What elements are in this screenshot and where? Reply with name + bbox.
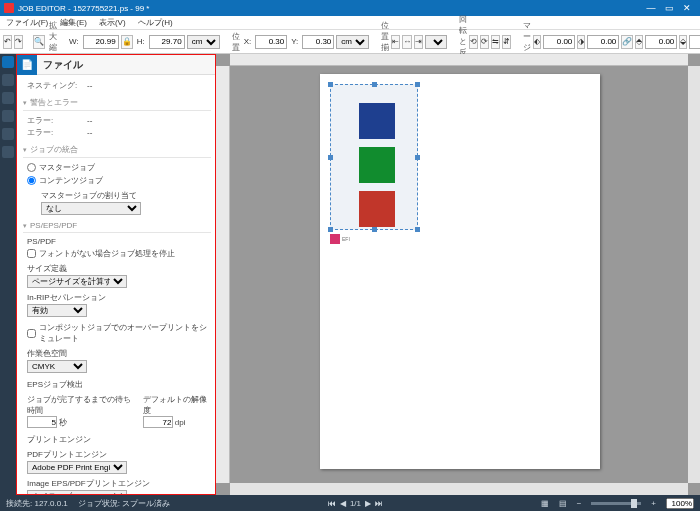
strip-icon-4[interactable] [2, 110, 14, 122]
canvas-area: EFI [216, 54, 700, 495]
stamp-icon [330, 234, 340, 244]
page-indicator: 1/1 [350, 499, 361, 508]
label-y: Y: [291, 37, 298, 46]
wait-unit: 秒 [59, 418, 67, 427]
layout-icon-2[interactable]: ▤ [559, 499, 567, 508]
input-x[interactable] [255, 35, 287, 49]
maximize-button[interactable]: ▭ [660, 3, 678, 13]
viewport[interactable]: EFI [230, 66, 688, 483]
app-logo-icon [4, 3, 14, 13]
zoom-in-icon[interactable]: + [651, 499, 656, 508]
check-overprint[interactable] [27, 329, 36, 338]
left-icon-strip [0, 54, 16, 495]
img-engine-label: Image EPS/PDFプリントエンジン [27, 478, 207, 489]
margin-link-icon[interactable]: 🔗 [621, 35, 633, 49]
page-last-icon[interactable]: ⏭ [375, 499, 383, 508]
select-size-def[interactable]: ページサイズを計算する [27, 275, 127, 288]
align-left-icon[interactable]: ⇤ [391, 35, 400, 49]
page[interactable]: EFI [320, 74, 600, 469]
strip-icon-6[interactable] [2, 146, 14, 158]
shape-green-square[interactable] [359, 147, 395, 183]
titlebar: JOB EDITOR - 1527755221.ps - 99 * — ▭ ✕ [0, 0, 700, 16]
dpi-unit: dpi [175, 418, 186, 427]
select-master-assign[interactable]: なし [41, 202, 141, 215]
section-ps-eps-pdf[interactable]: PS/EPS/PDF [23, 221, 207, 230]
input-margin-r[interactable] [587, 35, 619, 49]
strip-icon-2[interactable] [2, 74, 14, 86]
strip-file-icon[interactable] [2, 56, 14, 68]
select-unit[interactable]: cm [187, 35, 220, 49]
page-next-icon[interactable]: ▶ [365, 499, 371, 508]
label-x: X: [244, 37, 252, 46]
zoom-icon[interactable]: 🔍 [33, 35, 45, 49]
margin-left-icon: ⬖ [533, 35, 541, 49]
label-h: H: [137, 37, 145, 46]
zoom-slider[interactable] [591, 502, 641, 505]
menu-edit[interactable]: 編集(E) [54, 17, 93, 28]
lock-aspect-icon[interactable]: 🔒 [121, 35, 133, 49]
error1-label: エラー: [27, 115, 87, 126]
input-margin-t[interactable] [645, 35, 677, 49]
zoom-out-icon[interactable]: − [577, 499, 582, 508]
select-unit-pos[interactable]: cm [336, 35, 369, 49]
align-dropdown[interactable] [425, 35, 447, 49]
shape-blue-square[interactable] [359, 103, 395, 139]
select-img-engine[interactable]: ネイティブ [27, 490, 127, 495]
scrollbar-horizontal[interactable] [230, 483, 688, 495]
file-panel-icon: 📄 [17, 55, 37, 75]
toolbar: ↶ ↷ 🔍 拡大縮小 W: 🔒 H: cm 位置 X: Y: cm 位置揃え ⇤… [0, 30, 700, 54]
master-assign-label: マスタージョブの割り当て [41, 190, 207, 201]
check-stop-nofont[interactable] [27, 249, 36, 258]
select-pdf-engine[interactable]: Adobe PDF Print Engine [27, 461, 127, 474]
radio-master-job[interactable] [27, 163, 36, 172]
error2-value: -- [87, 128, 92, 137]
window-title: JOB EDITOR - 1527755221.ps - 99 * [18, 4, 149, 13]
close-button[interactable]: ✕ [678, 3, 696, 13]
input-margin-b[interactable] [689, 35, 700, 49]
selection-box[interactable] [330, 84, 418, 230]
rotate-right-icon[interactable]: ⟳ [480, 35, 489, 49]
flip-v-icon[interactable]: ⇵ [502, 35, 511, 49]
scrollbar-vertical[interactable] [688, 66, 700, 483]
input-dpi[interactable] [143, 416, 173, 428]
input-height[interactable] [149, 35, 185, 49]
redo-icon[interactable]: ↷ [14, 35, 23, 49]
nesting-value: -- [87, 81, 92, 90]
strip-icon-5[interactable] [2, 128, 14, 140]
strip-icon-3[interactable] [2, 92, 14, 104]
page-prev-icon[interactable]: ◀ [340, 499, 346, 508]
ps-pdf-label: PS/PDF [27, 237, 207, 246]
print-engine-label: プリントエンジン [27, 434, 207, 445]
select-inrip[interactable]: 有効 [27, 304, 87, 317]
menu-view[interactable]: 表示(V) [93, 17, 132, 28]
select-workspace[interactable]: CMYK [27, 360, 87, 373]
menu-file[interactable]: ファイル(F) [0, 17, 54, 28]
rotate-left-icon[interactable]: ⟲ [469, 35, 478, 49]
align-top-icon[interactable]: ⇥ [414, 35, 423, 49]
input-y[interactable] [302, 35, 334, 49]
align-center-icon[interactable]: ↔ [402, 35, 412, 49]
shape-red-square[interactable] [359, 191, 395, 227]
flip-h-icon[interactable]: ⇋ [491, 35, 500, 49]
input-wait[interactable] [27, 416, 57, 428]
menu-help[interactable]: ヘルプ(H) [132, 17, 179, 28]
input-margin-l[interactable] [543, 35, 575, 49]
ruler-horizontal [230, 54, 688, 66]
inrip-label: In-RIPセパレーション [27, 292, 207, 303]
zoom-input[interactable] [666, 498, 694, 509]
page-first-icon[interactable]: ⏮ [328, 499, 336, 508]
nesting-label: ネスティング: [27, 80, 87, 91]
section-warnings[interactable]: 警告とエラー [23, 97, 207, 108]
status-job: ジョブ状況: スプール済み [78, 498, 170, 509]
eps-detect-label: EPSジョブ検出 [27, 379, 207, 390]
layout-icon-1[interactable]: ▦ [541, 499, 549, 508]
side-panel: 📄 ファイル ネスティング:-- 警告とエラー エラー:-- エラー:-- ジョ… [16, 54, 216, 495]
radio-content-job[interactable] [27, 176, 36, 185]
minimize-button[interactable]: — [642, 3, 660, 13]
section-job-merge[interactable]: ジョブの統合 [23, 144, 207, 155]
wait-label: ジョブが完了するまでの待ち時間 [27, 394, 135, 416]
stop-job-label: フォントがない場合ジョブ処理を停止 [39, 248, 175, 259]
undo-icon[interactable]: ↶ [3, 35, 12, 49]
page-stamp: EFI [330, 234, 390, 244]
input-width[interactable] [83, 35, 119, 49]
